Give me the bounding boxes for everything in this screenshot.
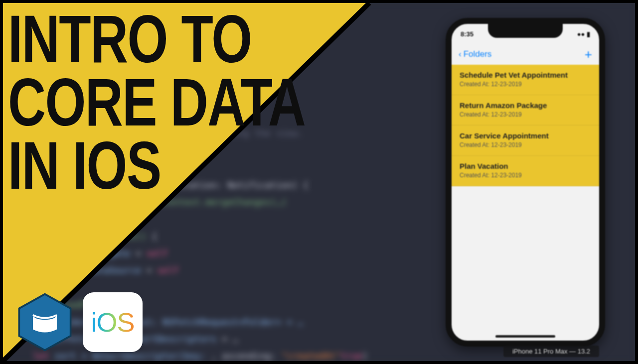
list-item[interactable]: Plan VacationCreated At: 12-23-2019 [452,156,599,186]
list-item-subtitle: Created At: 12-23-2019 [460,81,591,88]
device-caption: iPhone 11 Pro Max — 13.2 [503,346,599,357]
badge-row: iOS [15,292,143,352]
title-line-3: IN IOS [8,134,305,198]
ios-badge-label: iOS [91,307,134,338]
home-indicator [495,335,555,338]
list-item[interactable]: Schedule Pet Vet AppointmentCreated At: … [452,65,599,95]
nav-back-button[interactable]: ‹ Folders [459,49,491,59]
core-data-hex-icon [15,292,75,352]
thumbnail-title: INTRO TO CORE DATA IN IOS [8,8,305,198]
list-item-subtitle: Created At: 12-23-2019 [460,141,591,148]
list-item-subtitle: Created At: 12-23-2019 [460,111,591,118]
title-line-1: INTRO TO [8,8,305,71]
list-item[interactable]: Return Amazon PackageCreated At: 12-23-2… [452,95,599,125]
nav-add-button[interactable]: + [585,47,592,62]
list-item-title: Plan Vacation [460,162,591,170]
title-line-2: CORE DATA [8,71,305,134]
phone-list: Schedule Pet Vet AppointmentCreated At: … [452,65,599,186]
phone-notch [488,24,563,38]
ios-badge: iOS [83,292,143,352]
chevron-left-icon: ‹ [459,49,462,59]
list-item[interactable]: Car Service AppointmentCreated At: 12-23… [452,125,599,156]
phone-nav-bar: ‹ Folders + [452,44,599,65]
list-item-title: Return Amazon Package [460,101,591,110]
iphone-mock: 8:35 ●● ▮ ‹ Folders + Schedule Pet Vet A… [446,18,605,347]
list-item-title: Car Service Appointment [460,131,591,140]
status-indicators-icon: ●● ▮ [577,30,590,38]
list-item-subtitle: Created At: 12-23-2019 [460,172,591,179]
nav-back-label: Folders [464,49,492,59]
status-time: 8:35 [461,30,474,38]
list-item-title: Schedule Pet Vet Appointment [460,71,591,79]
